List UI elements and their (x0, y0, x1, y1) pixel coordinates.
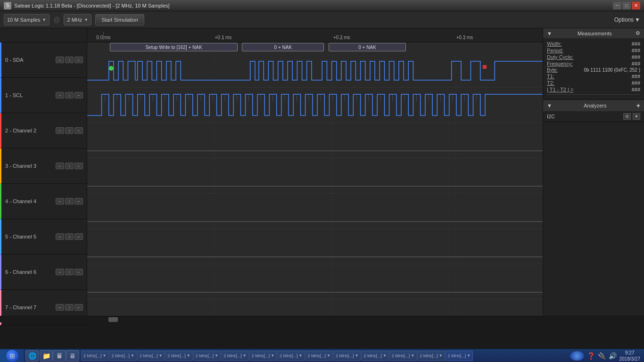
maximize-button[interactable]: □ (622, 2, 631, 9)
ch-btn-3-3[interactable]: ⌐ (74, 163, 83, 169)
ch-btn-3-1[interactable]: ⌐ (56, 163, 64, 169)
ch-btn-4-3[interactable]: ⌐ (74, 198, 83, 205)
channel-controls-3: ⌐ ↕ ⌐ (56, 163, 83, 169)
time-ruler: 0.0 ms +0.1 ms +0.2 ms +0.3 ms (87, 28, 543, 42)
width-value: ### (632, 41, 640, 47)
ch-btn-7-3[interactable]: ⌐ (74, 304, 83, 311)
channel-label-3: 3 - Channel 3 (5, 163, 56, 169)
byte-label: Byte: (547, 67, 558, 73)
taskbar-tab-1[interactable]: 2 MHz[...] ▼ (109, 351, 136, 361)
ch-btn-4-1[interactable]: ⌐ (56, 198, 64, 205)
ch-btn-2-2[interactable]: ↕ (65, 127, 74, 134)
network-icon[interactable]: 🔌 (598, 352, 606, 360)
measure-divider (547, 94, 640, 95)
time-marker-2: +0.2 ms (333, 35, 350, 40)
taskbar-tab-10[interactable]: 2 MHz[...] ▼ (361, 351, 388, 361)
measurements-header: ▼ Measurements ⚙ (543, 28, 644, 38)
measurements-title: Measurements (578, 31, 612, 36)
taskbar-tab-arrow-0: ▼ (103, 354, 107, 358)
ch-btn-scl-2[interactable]: ↕ (65, 92, 74, 99)
duty-label: Duty Cycle: (547, 54, 573, 60)
measure-t2: T2: ### (547, 80, 640, 86)
taskbar-tab-7[interactable]: 2 MHz[...] ▼ (277, 351, 305, 361)
taskbar-tab-label-0: 2 MHz[...] (83, 354, 102, 358)
channel-label-4: 4 - Channel 4 (5, 198, 56, 204)
ch-btn-5-2[interactable]: ↕ (65, 233, 74, 240)
system-date: 2018/3/27 (619, 356, 641, 362)
channel-label-scl: 1 - SCL (5, 92, 56, 98)
proto-bubble-2: 0 + NAK (329, 43, 406, 51)
taskbar-app-explorer[interactable]: 📁 (40, 350, 53, 362)
channel-label-sda: 0 - SDA (5, 57, 56, 63)
freq-dropdown[interactable]: 2 MHz ▼ (64, 14, 91, 25)
measurements-settings-icon[interactable]: ⚙ (636, 30, 640, 36)
taskbar-tab-3[interactable]: 2 MHz[...] ▼ (165, 351, 192, 361)
analyzer-i2c-menu[interactable]: ▼ (633, 113, 640, 120)
horizontal-scrollbar[interactable] (0, 316, 644, 322)
ch-btn-4-2[interactable]: ↕ (65, 198, 74, 205)
channel-row-3: 3 - Channel 3 ⌐ ↕ ⌐ (0, 148, 87, 184)
analyzer-i2c-settings[interactable]: ⚙ (623, 113, 631, 120)
proto-bubble-0: Setup Write to [162] + NAK (110, 43, 237, 51)
tick-2 (342, 36, 342, 40)
start-button[interactable]: ⊞ (0, 349, 25, 362)
channel-controls-7: ⌐ ↕ ⌐ (56, 304, 83, 311)
channel-label-6: 6 - Channel 6 (5, 269, 56, 275)
taskbar: ⊞ 🌐 📁 🖩 🖥 2 MHz[...] ▼ 2 MHz[...] ▼ 2 MH… (0, 349, 644, 362)
ch-btn-sda-3[interactable]: ⌐ (74, 57, 83, 63)
taskbar-tab-4[interactable]: 2 MHz[...] ▼ (193, 351, 221, 361)
waveform-svg[interactable] (87, 52, 543, 316)
taskbar-tab-11[interactable]: 2 MHz[...] ▼ (389, 351, 417, 361)
taskbar-tab-6[interactable]: 2 MHz[...] ▼ (249, 351, 277, 361)
taskbar-tab-2[interactable]: 2 MHz[...] ▼ (137, 351, 165, 361)
waveform-area[interactable]: 0.0 ms +0.1 ms +0.2 ms +0.3 ms Setup Wri… (87, 28, 543, 316)
ch-btn-scl-3[interactable]: ⌐ (74, 92, 83, 99)
taskbar-app-calculator[interactable]: 🖩 (53, 350, 66, 362)
taskbar-tab-0[interactable]: 2 MHz[...] ▼ (81, 351, 108, 361)
samples-label: 10 M Samples (7, 17, 40, 23)
main-area: 0 - SDA ⌐ ↕ ⌐ 1 - SCL ⌐ ↕ ⌐ 2 - Channel … (0, 28, 644, 316)
start-simulation-button[interactable]: Start Simulation (95, 14, 144, 25)
title-bar: S Saleae Logic 1.1.18 Beta - [Disconnect… (0, 0, 644, 11)
help-icon[interactable]: ❓ (587, 352, 595, 360)
minimize-button[interactable]: ─ (613, 2, 621, 9)
ch-btn-6-3[interactable]: ⌐ (74, 269, 83, 275)
taskbar-app-monitor[interactable]: 🖥 (66, 350, 79, 362)
taskbar-tab-9[interactable]: 2 MHz[...] ▼ (333, 351, 361, 361)
add-analyzer-button[interactable]: + (636, 102, 640, 109)
ch-btn-sda-2[interactable]: ↕ (65, 57, 74, 63)
taskbar-app-ie[interactable]: 🌐 (25, 350, 39, 362)
ch-btn-7-1[interactable]: ⌐ (56, 304, 64, 311)
analyzers-section: ▼ Analyzers + I2C ⚙ ▼ (543, 100, 644, 122)
time-marker-1: +0.1 ms (215, 35, 231, 40)
ch-btn-7-2[interactable]: ↕ (65, 304, 74, 311)
ch-btn-2-3[interactable]: ⌐ (74, 127, 83, 134)
ch-btn-sda-1[interactable]: ⌐ (56, 57, 64, 63)
ch-btn-3-2[interactable]: ↕ (65, 163, 74, 169)
taskbar-tab-12[interactable]: 2 MHz[...] ▼ (417, 351, 445, 361)
ch-btn-6-2[interactable]: ↕ (65, 269, 74, 275)
ch-btn-6-1[interactable]: ⌐ (56, 269, 64, 275)
options-button[interactable]: Options ▼ (614, 16, 640, 23)
scrollbar-thumb[interactable] (108, 317, 118, 322)
channel-controls-5: ⌐ ↕ ⌐ (56, 233, 83, 240)
ch-btn-5-1[interactable]: ⌐ (56, 233, 64, 240)
t1t2-value: ### (632, 87, 640, 92)
analyzer-item-i2c: I2C ⚙ ▼ (543, 111, 644, 122)
tick-1 (223, 36, 223, 40)
samples-dropdown[interactable]: 10 M Samples ▼ (4, 14, 50, 25)
taskbar-tab-5[interactable]: 2 MHz[...] ▼ (221, 351, 248, 361)
measure-width: Width: ### (547, 41, 640, 47)
close-button[interactable]: ✕ (632, 2, 640, 9)
ch-btn-scl-1[interactable]: ⌐ (56, 92, 64, 99)
taskbar-tab-8[interactable]: 2 MHz[...] ▼ (305, 351, 333, 361)
ch-btn-5-3[interactable]: ⌐ (74, 233, 83, 240)
taskbar-tab-13[interactable]: 2 MHz[...] ▼ (446, 351, 473, 361)
ch-btn-2-1[interactable]: ⌐ (56, 127, 64, 134)
window-controls: ─ □ ✕ (613, 2, 640, 9)
width-label: Width: (547, 41, 561, 47)
volume-icon[interactable]: 🔊 (609, 352, 617, 360)
measurements-collapse-icon: ▼ (547, 31, 552, 36)
channel-controls-6: ⌐ ↕ ⌐ (56, 269, 83, 275)
right-panel: ▼ Measurements ⚙ Width: ### Period: ### … (543, 28, 644, 316)
